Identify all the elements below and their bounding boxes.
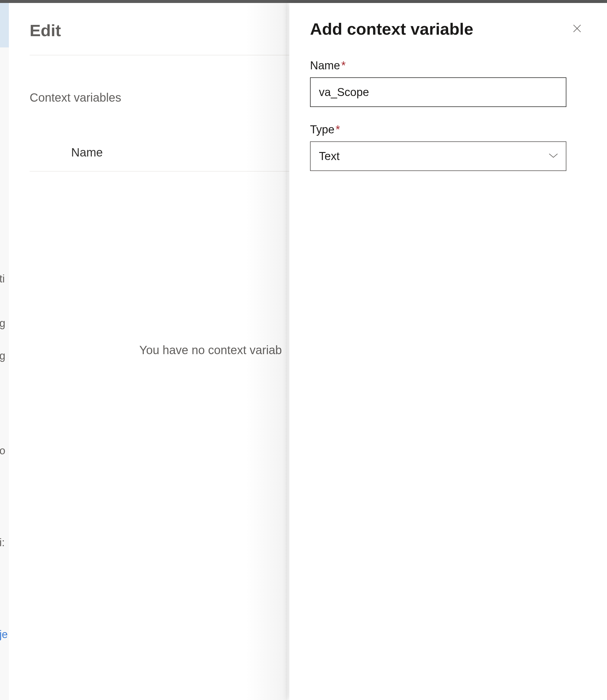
header-divider (30, 55, 296, 56)
type-field-label: Type* (310, 123, 585, 136)
type-select-value: Text (319, 150, 340, 163)
name-field-label: Name* (310, 59, 585, 72)
type-select-wrapper: Text (310, 141, 566, 171)
left-edge-accent (0, 3, 9, 47)
type-select[interactable]: Text (310, 141, 566, 171)
required-indicator: * (335, 123, 340, 136)
type-field-group: Type* Text (310, 123, 585, 171)
top-bar (0, 0, 607, 3)
close-button[interactable] (569, 21, 585, 37)
add-context-variable-panel: Add context variable Name* Type* Text (289, 3, 607, 700)
close-icon (572, 23, 582, 35)
empty-state-message: You have no context variab (9, 343, 276, 357)
required-indicator: * (341, 59, 346, 72)
add-context-variable-title: Add context variable (310, 19, 473, 39)
table-header-divider (30, 171, 296, 172)
panel-header: Add context variable (310, 19, 585, 39)
name-field-group: Name* (310, 59, 585, 107)
name-input[interactable] (310, 77, 566, 107)
